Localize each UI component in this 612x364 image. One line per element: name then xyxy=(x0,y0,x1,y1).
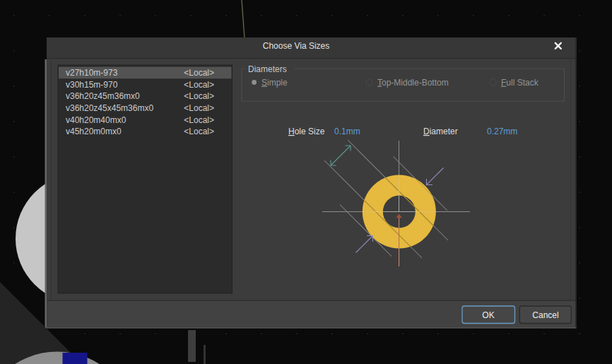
svg-text:<Local>: <Local> xyxy=(184,127,214,136)
svg-text:OK: OK xyxy=(482,310,494,320)
svg-text:Simple: Simple xyxy=(261,78,288,88)
svg-text:Top-Middle-Bottom: Top-Middle-Bottom xyxy=(377,78,449,88)
svg-text:<Local>: <Local> xyxy=(184,115,214,125)
svg-text:<Local>: <Local> xyxy=(184,91,214,101)
svg-text:<Local>: <Local> xyxy=(184,68,214,78)
svg-text:<Local>: <Local> xyxy=(184,103,214,113)
svg-text:v40h20m40mx0: v40h20m40mx0 xyxy=(66,115,126,125)
svg-text:Hole Size: Hole Size xyxy=(288,127,325,136)
svg-text:Diameter: Diameter xyxy=(423,127,458,136)
svg-text:0.27mm: 0.27mm xyxy=(487,127,517,136)
svg-text:Choose Via Sizes: Choose Via Sizes xyxy=(263,41,330,51)
svg-text:v27h10m-973: v27h10m-973 xyxy=(66,68,118,78)
svg-text:Full Stack: Full Stack xyxy=(501,78,539,88)
svg-text:<Local>: <Local> xyxy=(184,80,214,90)
svg-text:v36h20z45m36mx0: v36h20z45m36mx0 xyxy=(66,91,140,101)
svg-text:Diameters: Diameters xyxy=(248,64,287,74)
svg-text:v36h20z45x45m36mx0: v36h20z45x45m36mx0 xyxy=(66,103,153,113)
svg-text:v30h15m-970: v30h15m-970 xyxy=(66,80,118,90)
svg-text:Cancel: Cancel xyxy=(532,310,558,320)
svg-text:0.1mm: 0.1mm xyxy=(334,127,360,136)
svg-text:v45h20m0mx0: v45h20m0mx0 xyxy=(66,127,122,136)
